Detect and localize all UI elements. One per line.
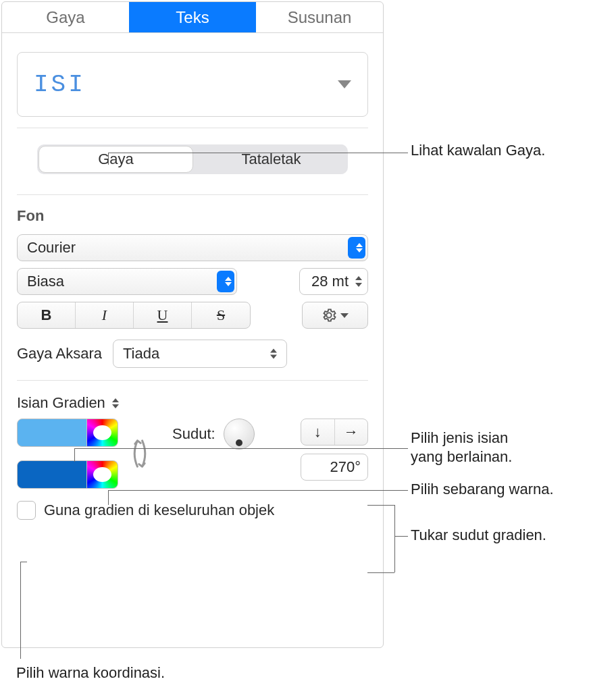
angle-value-field[interactable]: 270° — [301, 454, 368, 481]
direction-right-button[interactable]: → — [335, 419, 368, 445]
tab-gaya[interactable]: Gaya — [2, 2, 129, 32]
gradient-color-1-swatch[interactable] — [17, 419, 87, 447]
style-layout-segment: Gaya Tataletak — [37, 144, 348, 174]
callout-fill-type-1: Pilih jenis isian — [411, 429, 508, 447]
character-style-popup[interactable]: Tiada — [113, 340, 287, 368]
chevron-down-icon — [340, 313, 349, 318]
font-weight-popup[interactable]: Biasa — [17, 268, 237, 295]
gradient-color-2-picker[interactable] — [87, 460, 118, 489]
font-size-field[interactable]: 28 mt — [299, 268, 368, 295]
fill-type-popup[interactable]: Isian Gradien — [17, 394, 368, 412]
font-section-label: Fon — [17, 207, 368, 225]
angle-dial[interactable] — [224, 419, 255, 450]
callout-any-color: Pilih sebarang warna. — [411, 481, 554, 498]
flip-gradient-button[interactable] — [128, 419, 152, 489]
font-weight-value: Biasa — [27, 273, 64, 290]
paragraph-style-popup[interactable]: ISI — [17, 52, 368, 117]
strikethrough-button[interactable]: S — [192, 302, 250, 328]
angle-value: 270° — [330, 458, 361, 476]
gradient-color-1-picker[interactable] — [87, 419, 118, 447]
font-family-popup[interactable]: Courier — [17, 234, 368, 261]
font-size-value: 28 mt — [311, 273, 349, 290]
inspector-top-tabs: Gaya Teks Susunan — [2, 2, 383, 33]
inspector-panel: Gaya Teks Susunan ISI Gaya Tataletak Fon… — [1, 1, 384, 648]
gradient-color-2-swatch[interactable] — [17, 460, 87, 489]
callout-gaya: Lihat kawalan Gaya. — [411, 142, 545, 159]
tab-teks[interactable]: Teks — [129, 2, 256, 32]
angle-label: Sudut: — [172, 425, 215, 443]
bold-button[interactable]: B — [18, 302, 76, 328]
fill-type-label: Isian Gradien — [17, 394, 105, 412]
tab-susunan[interactable]: Susunan — [256, 2, 383, 32]
segment-tataletak[interactable]: Tataletak — [195, 144, 348, 174]
advanced-options-button[interactable] — [302, 302, 368, 329]
callout-angle: Tukar sudut gradien. — [411, 527, 546, 544]
underline-button[interactable]: U — [134, 302, 192, 328]
direction-down-button[interactable]: ↓ — [301, 419, 335, 445]
segment-gaya[interactable]: Gaya — [38, 146, 193, 173]
italic-button[interactable]: I — [76, 302, 134, 328]
whole-object-gradient-checkbox[interactable] — [17, 501, 36, 520]
callout-fill-type-2: yang berlainan. — [411, 448, 512, 466]
character-style-label: Gaya Aksara — [17, 345, 102, 362]
text-format-group: B I U S — [17, 302, 251, 329]
paragraph-style-label: ISI — [34, 71, 86, 99]
gear-icon — [322, 308, 336, 323]
flip-arrows-icon — [130, 437, 150, 470]
callout-coord-color: Pilih warna koordinasi. — [16, 664, 165, 682]
character-style-value: Tiada — [123, 345, 159, 362]
gradient-direction-group: ↓ → — [301, 419, 368, 446]
gradient-swatches — [17, 419, 118, 489]
whole-object-gradient-label: Guna gradien di keseluruhan objek — [44, 502, 274, 519]
chevron-down-icon — [338, 80, 351, 88]
font-family-value: Courier — [27, 239, 76, 257]
